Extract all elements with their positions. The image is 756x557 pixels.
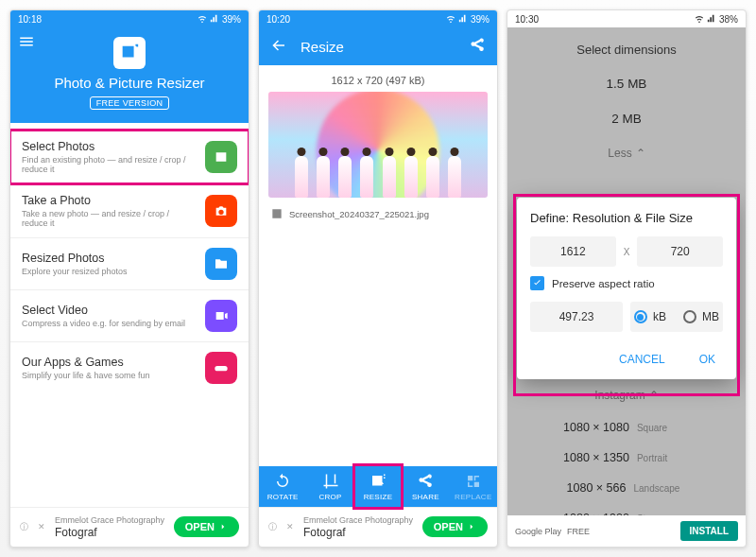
picture-icon xyxy=(119,43,140,63)
share-icon xyxy=(469,37,486,54)
crop-icon xyxy=(322,473,339,490)
wifi-icon xyxy=(695,14,704,24)
image-icon xyxy=(270,207,284,220)
tool-share[interactable]: SHARE xyxy=(402,466,449,507)
dialog-title: Define: Resolution & File Size xyxy=(530,211,723,225)
tool-crop[interactable]: CROP xyxy=(306,466,353,507)
status-bar: 10:30 38% xyxy=(507,10,746,27)
folder-icon-button[interactable] xyxy=(205,248,237,280)
status-time: 10:30 xyxy=(515,14,539,25)
menu-item-take-photo[interactable]: Take a Photo Take a new photo — and resi… xyxy=(10,184,249,238)
checkbox-icon xyxy=(530,276,544,290)
filename-row: Screenshot_20240327_225021.jpg xyxy=(259,198,497,230)
status-time: 10:20 xyxy=(266,14,290,25)
radio-kb[interactable] xyxy=(634,310,647,323)
app-header: Photo & Picture Resizer FREE VERSION xyxy=(10,27,249,123)
menu-item-subtitle: Take a new photo — and resize / crop / r… xyxy=(22,209,198,228)
menu-button[interactable] xyxy=(18,33,35,52)
share-button[interactable] xyxy=(469,37,486,56)
menu-item-title: Select Photos xyxy=(22,140,198,153)
resize-dialog: Define: Resolution & File Size 1612 X 72… xyxy=(517,198,736,379)
ad-line1: Emmelot Grace Photography xyxy=(303,515,415,526)
install-button[interactable]: INSTALL xyxy=(680,521,738,541)
status-battery: 39% xyxy=(471,14,490,25)
back-button[interactable] xyxy=(270,37,287,56)
folder-icon xyxy=(214,256,229,271)
rotate-icon xyxy=(274,473,291,490)
resize-icon xyxy=(369,473,387,490)
filesize-input[interactable]: 497.23 xyxy=(530,302,623,332)
menu-item-select-photos[interactable]: Select Photos Find an existing photo — a… xyxy=(10,131,249,184)
video-icon-button[interactable] xyxy=(205,300,237,332)
phone-screen-2: 10:20 39% Resize 1612 x 720 (497 kB) xyxy=(258,9,498,548)
gallery-icon xyxy=(214,149,229,165)
ad-line2: Fotograf xyxy=(303,526,415,539)
tool-rotate[interactable]: ROTATE xyxy=(259,466,306,507)
ad-line2: Fotograf xyxy=(55,526,166,539)
ad-info-icon[interactable]: ⓘ xyxy=(268,521,277,533)
menu-item-subtitle: Simplify your life & have some fun xyxy=(22,371,198,380)
status-time: 10:18 xyxy=(18,14,42,25)
signal-icon xyxy=(458,14,468,24)
phone-screen-3: 10:30 38% Select dimensions 1.5 MB 2 MB … xyxy=(507,9,747,548)
tool-replace[interactable]: REPLACE xyxy=(450,466,497,507)
share-icon xyxy=(417,473,434,490)
menu-item-title: Take a Photo xyxy=(22,194,198,207)
free-version-badge: FREE VERSION xyxy=(90,96,170,110)
controller-icon xyxy=(214,360,229,375)
status-battery: 39% xyxy=(222,14,241,25)
aspect-ratio-checkbox[interactable]: Preserve aspect ratio xyxy=(530,276,723,290)
app-logo xyxy=(113,37,146,69)
ad-close-icon[interactable]: ✕ xyxy=(38,522,45,531)
ad-open-button[interactable]: OPEN xyxy=(422,516,488,537)
camera-icon-button[interactable] xyxy=(205,195,237,227)
ad-banner: Google Play FREE INSTALL xyxy=(507,515,746,547)
menu-item-resized-photos[interactable]: Resized Photos Explore your resized phot… xyxy=(10,238,249,290)
menu-item-select-video[interactable]: Select Video Compress a video e.g. for s… xyxy=(10,290,249,342)
status-bar: 10:20 39% xyxy=(259,10,497,27)
google-play-tag: Google Play xyxy=(515,527,561,536)
menu-icon xyxy=(18,33,35,50)
gallery-icon-button[interactable] xyxy=(205,141,237,173)
menu-item-our-apps[interactable]: Our Apps & Games Simplify your life & ha… xyxy=(10,342,249,393)
height-input[interactable]: 720 xyxy=(637,236,723,267)
main-menu-list: Select Photos Find an existing photo — a… xyxy=(10,123,249,507)
radio-mb[interactable] xyxy=(683,310,696,323)
menu-item-title: Our Apps & Games xyxy=(22,356,198,369)
app-title: Photo & Picture Resizer xyxy=(18,75,241,91)
menu-item-title: Resized Photos xyxy=(22,252,198,265)
ad-close-icon[interactable]: ✕ xyxy=(286,522,294,531)
bottom-toolbar: ROTATE CROP RESIZE SHARE REPLACE xyxy=(259,466,497,507)
image-dimensions: 1612 x 720 (497 kB) xyxy=(259,65,497,92)
signal-icon xyxy=(707,14,716,24)
video-icon xyxy=(214,308,229,323)
resize-topbar: Resize xyxy=(259,27,497,65)
unit-radio-group: kB MB xyxy=(630,302,723,332)
signal-icon xyxy=(210,14,219,24)
menu-item-subtitle: Compress a video e.g. for sending by ema… xyxy=(22,319,198,328)
ad-open-button[interactable]: OPEN xyxy=(174,516,239,537)
camera-icon xyxy=(214,203,229,218)
phone-screen-1: 10:18 39% Photo & Picture Resizer FREE V… xyxy=(9,9,249,548)
arrow-left-icon xyxy=(270,37,287,54)
wifi-icon xyxy=(446,14,455,24)
menu-item-title: Select Video xyxy=(22,304,198,317)
page-title: Resize xyxy=(301,39,455,55)
image-preview[interactable] xyxy=(268,92,488,198)
ok-button[interactable]: OK xyxy=(692,347,723,372)
chevron-right-icon xyxy=(218,522,228,531)
x-separator: X xyxy=(624,247,630,257)
ad-line1: Emmelot Grace Photography xyxy=(55,515,166,526)
apps-icon-button[interactable] xyxy=(205,352,237,384)
replace-icon xyxy=(465,473,482,490)
status-battery: 38% xyxy=(719,14,738,25)
tool-resize[interactable]: RESIZE xyxy=(354,466,402,507)
menu-item-subtitle: Explore your resized photos xyxy=(22,267,198,276)
status-bar: 10:18 39% xyxy=(10,10,249,27)
ad-banner: ⓘ ✕ Emmelot Grace Photography Fotograf O… xyxy=(10,507,249,547)
width-input[interactable]: 1612 xyxy=(530,236,616,267)
wifi-icon xyxy=(198,14,207,24)
ad-info-icon[interactable]: ⓘ xyxy=(20,521,28,533)
cancel-button[interactable]: CANCEL xyxy=(611,347,673,372)
ad-banner: ⓘ ✕ Emmelot Grace Photography Fotograf O… xyxy=(259,507,497,547)
